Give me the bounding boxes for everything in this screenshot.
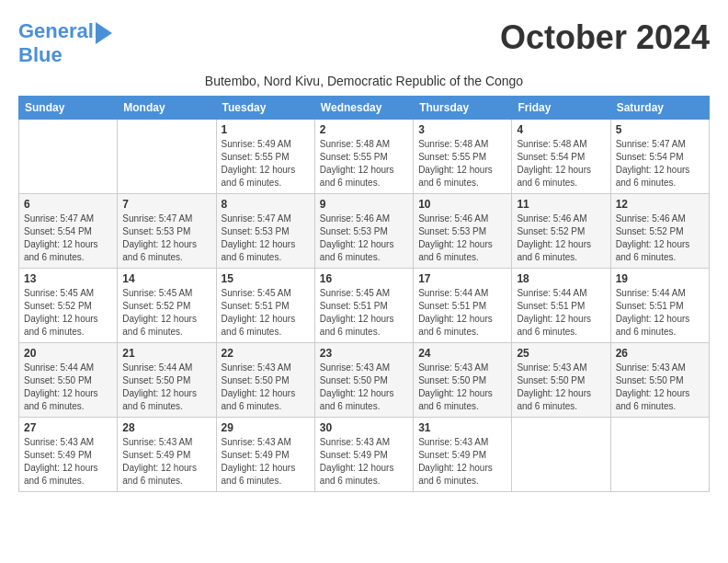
day-info: Sunrise: 5:47 AMSunset: 5:53 PMDaylight:… bbox=[222, 213, 310, 264]
day-number: 31 bbox=[418, 421, 506, 434]
day-number: 3 bbox=[418, 123, 506, 136]
calendar-cell: 11Sunrise: 5:46 AMSunset: 5:52 PMDayligh… bbox=[512, 194, 610, 269]
day-number: 1 bbox=[222, 123, 310, 136]
day-info: Sunrise: 5:44 AMSunset: 5:51 PMDaylight:… bbox=[517, 287, 605, 339]
calendar-cell: 25Sunrise: 5:43 AMSunset: 5:50 PMDayligh… bbox=[512, 343, 610, 418]
day-info: Sunrise: 5:43 AMSunset: 5:50 PMDaylight:… bbox=[222, 362, 310, 413]
day-number: 22 bbox=[222, 347, 310, 360]
day-number: 13 bbox=[24, 272, 112, 285]
calendar-cell: 26Sunrise: 5:43 AMSunset: 5:50 PMDayligh… bbox=[610, 343, 709, 418]
day-info: Sunrise: 5:43 AMSunset: 5:49 PMDaylight:… bbox=[122, 436, 210, 488]
day-info: Sunrise: 5:45 AMSunset: 5:51 PMDaylight:… bbox=[222, 287, 310, 339]
day-info: Sunrise: 5:45 AMSunset: 5:52 PMDaylight:… bbox=[24, 287, 112, 339]
day-info: Sunrise: 5:44 AMSunset: 5:51 PMDaylight:… bbox=[418, 287, 506, 339]
weekday-header-tuesday: Tuesday bbox=[216, 97, 314, 120]
day-number: 5 bbox=[616, 123, 704, 136]
day-info: Sunrise: 5:46 AMSunset: 5:52 PMDaylight:… bbox=[517, 213, 605, 264]
calendar-cell: 10Sunrise: 5:46 AMSunset: 5:53 PMDayligh… bbox=[414, 194, 512, 269]
weekday-header-wednesday: Wednesday bbox=[314, 97, 413, 120]
logo-line1: General bbox=[18, 20, 94, 42]
day-info: Sunrise: 5:43 AMSunset: 5:50 PMDaylight:… bbox=[517, 362, 605, 413]
day-info: Sunrise: 5:44 AMSunset: 5:50 PMDaylight:… bbox=[24, 362, 112, 413]
day-number: 18 bbox=[517, 272, 605, 285]
day-number: 8 bbox=[222, 198, 310, 211]
calendar-cell: 3Sunrise: 5:48 AMSunset: 5:55 PMDaylight… bbox=[414, 120, 512, 194]
weekday-header-sunday: Sunday bbox=[19, 97, 118, 120]
calendar-cell: 21Sunrise: 5:44 AMSunset: 5:50 PMDayligh… bbox=[118, 343, 216, 418]
calendar-cell: 9Sunrise: 5:46 AMSunset: 5:53 PMDaylight… bbox=[314, 194, 413, 269]
weekday-header-monday: Monday bbox=[118, 97, 216, 120]
day-info: Sunrise: 5:43 AMSunset: 5:49 PMDaylight:… bbox=[222, 436, 310, 488]
calendar-cell: 14Sunrise: 5:45 AMSunset: 5:52 PMDayligh… bbox=[118, 269, 216, 343]
day-number: 16 bbox=[320, 272, 408, 285]
day-number: 6 bbox=[24, 198, 112, 211]
week-row-3: 20Sunrise: 5:44 AMSunset: 5:50 PMDayligh… bbox=[19, 343, 710, 418]
calendar-cell: 28Sunrise: 5:43 AMSunset: 5:49 PMDayligh… bbox=[118, 418, 216, 492]
calendar-cell: 31Sunrise: 5:43 AMSunset: 5:49 PMDayligh… bbox=[414, 418, 512, 492]
calendar-cell bbox=[610, 418, 709, 492]
calendar-cell: 20Sunrise: 5:44 AMSunset: 5:50 PMDayligh… bbox=[19, 343, 118, 418]
day-info: Sunrise: 5:43 AMSunset: 5:50 PMDaylight:… bbox=[418, 362, 506, 413]
day-number: 2 bbox=[320, 123, 408, 136]
logo: General Blue bbox=[18, 18, 112, 66]
weekday-header-thursday: Thursday bbox=[414, 97, 512, 120]
week-row-1: 6Sunrise: 5:47 AMSunset: 5:54 PMDaylight… bbox=[19, 194, 710, 269]
day-number: 11 bbox=[517, 198, 605, 211]
calendar-cell: 22Sunrise: 5:43 AMSunset: 5:50 PMDayligh… bbox=[216, 343, 314, 418]
weekday-header-row: SundayMondayTuesdayWednesdayThursdayFrid… bbox=[19, 97, 710, 120]
day-number: 28 bbox=[122, 421, 210, 434]
day-info: Sunrise: 5:44 AMSunset: 5:50 PMDaylight:… bbox=[122, 362, 210, 413]
day-info: Sunrise: 5:47 AMSunset: 5:53 PMDaylight:… bbox=[122, 213, 210, 264]
day-info: Sunrise: 5:49 AMSunset: 5:55 PMDaylight:… bbox=[222, 138, 310, 190]
day-number: 15 bbox=[222, 272, 310, 285]
calendar-cell: 27Sunrise: 5:43 AMSunset: 5:49 PMDayligh… bbox=[19, 418, 118, 492]
calendar-cell: 15Sunrise: 5:45 AMSunset: 5:51 PMDayligh… bbox=[216, 269, 314, 343]
calendar-cell: 18Sunrise: 5:44 AMSunset: 5:51 PMDayligh… bbox=[512, 269, 610, 343]
calendar-cell: 19Sunrise: 5:44 AMSunset: 5:51 PMDayligh… bbox=[610, 269, 709, 343]
day-info: Sunrise: 5:46 AMSunset: 5:53 PMDaylight:… bbox=[320, 213, 408, 264]
calendar-cell bbox=[512, 418, 610, 492]
calendar-cell: 24Sunrise: 5:43 AMSunset: 5:50 PMDayligh… bbox=[414, 343, 512, 418]
calendar-cell: 17Sunrise: 5:44 AMSunset: 5:51 PMDayligh… bbox=[414, 269, 512, 343]
day-info: Sunrise: 5:47 AMSunset: 5:54 PMDaylight:… bbox=[24, 213, 112, 264]
day-info: Sunrise: 5:43 AMSunset: 5:49 PMDaylight:… bbox=[418, 436, 506, 488]
calendar-cell: 23Sunrise: 5:43 AMSunset: 5:50 PMDayligh… bbox=[314, 343, 413, 418]
calendar-cell bbox=[19, 120, 118, 194]
logo-line2: Blue bbox=[18, 44, 112, 66]
day-number: 21 bbox=[122, 347, 210, 360]
weekday-header-saturday: Saturday bbox=[610, 97, 709, 120]
page-header: General Blue October 2024 bbox=[18, 18, 710, 66]
calendar-cell: 30Sunrise: 5:43 AMSunset: 5:49 PMDayligh… bbox=[314, 418, 413, 492]
day-number: 12 bbox=[616, 198, 704, 211]
calendar-cell: 7Sunrise: 5:47 AMSunset: 5:53 PMDaylight… bbox=[118, 194, 216, 269]
day-info: Sunrise: 5:48 AMSunset: 5:55 PMDaylight:… bbox=[418, 138, 506, 190]
calendar-table: SundayMondayTuesdayWednesdayThursdayFrid… bbox=[18, 96, 710, 492]
day-number: 29 bbox=[222, 421, 310, 434]
day-number: 23 bbox=[320, 347, 408, 360]
day-number: 26 bbox=[616, 347, 704, 360]
day-info: Sunrise: 5:48 AMSunset: 5:54 PMDaylight:… bbox=[517, 138, 605, 190]
day-info: Sunrise: 5:43 AMSunset: 5:50 PMDaylight:… bbox=[616, 362, 704, 413]
calendar-body: 1Sunrise: 5:49 AMSunset: 5:55 PMDaylight… bbox=[19, 120, 710, 492]
day-number: 25 bbox=[517, 347, 605, 360]
day-number: 20 bbox=[24, 347, 112, 360]
day-number: 14 bbox=[122, 272, 210, 285]
calendar-cell: 1Sunrise: 5:49 AMSunset: 5:55 PMDaylight… bbox=[216, 120, 314, 194]
day-info: Sunrise: 5:44 AMSunset: 5:51 PMDaylight:… bbox=[616, 287, 704, 339]
calendar-cell: 12Sunrise: 5:46 AMSunset: 5:52 PMDayligh… bbox=[610, 194, 709, 269]
day-info: Sunrise: 5:43 AMSunset: 5:49 PMDaylight:… bbox=[320, 436, 408, 488]
day-number: 27 bbox=[24, 421, 112, 434]
day-number: 17 bbox=[418, 272, 506, 285]
logo-arrow-icon bbox=[96, 22, 112, 44]
day-number: 19 bbox=[616, 272, 704, 285]
calendar-cell: 29Sunrise: 5:43 AMSunset: 5:49 PMDayligh… bbox=[216, 418, 314, 492]
calendar-cell: 16Sunrise: 5:45 AMSunset: 5:51 PMDayligh… bbox=[314, 269, 413, 343]
day-info: Sunrise: 5:45 AMSunset: 5:51 PMDaylight:… bbox=[320, 287, 408, 339]
week-row-0: 1Sunrise: 5:49 AMSunset: 5:55 PMDaylight… bbox=[19, 120, 710, 194]
day-number: 10 bbox=[418, 198, 506, 211]
day-info: Sunrise: 5:46 AMSunset: 5:52 PMDaylight:… bbox=[616, 213, 704, 264]
day-number: 9 bbox=[320, 198, 408, 211]
logo-general: General bbox=[18, 19, 94, 42]
day-info: Sunrise: 5:46 AMSunset: 5:53 PMDaylight:… bbox=[418, 213, 506, 264]
day-info: Sunrise: 5:43 AMSunset: 5:49 PMDaylight:… bbox=[24, 436, 112, 488]
